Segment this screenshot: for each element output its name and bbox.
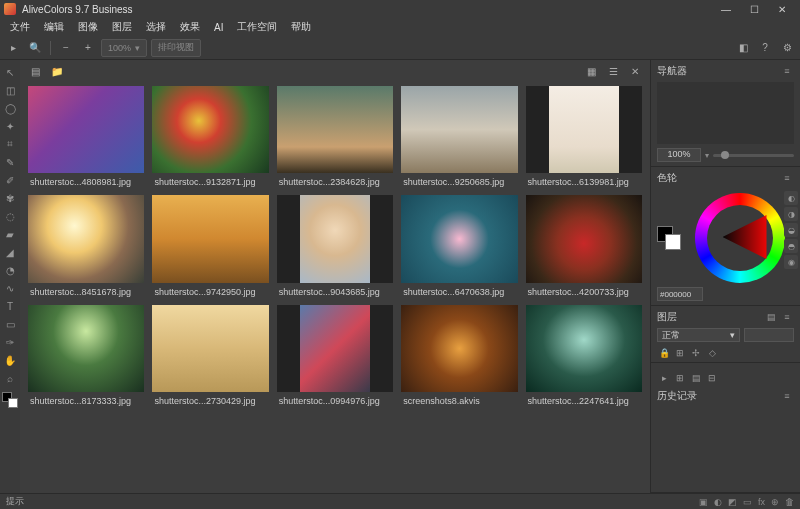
thumbnail-image[interactable] <box>401 195 517 282</box>
thumbnail-item[interactable]: shutterstoc...2384628.jpg <box>277 86 393 187</box>
menu-ai[interactable]: AI <box>208 20 229 35</box>
navigator-zoom-slider[interactable] <box>713 154 794 157</box>
background-swatch[interactable] <box>665 234 681 250</box>
thumbnail-item[interactable]: screenshots8.akvis <box>401 305 517 406</box>
clone-tool-icon[interactable]: ✾ <box>2 190 18 206</box>
lock-icon[interactable]: 🔒 <box>657 346 671 360</box>
color-mode-icon[interactable]: ◐ <box>784 191 798 205</box>
panel-menu-icon[interactable]: ≡ <box>780 310 794 324</box>
thumbnail-image[interactable] <box>526 195 642 282</box>
filter-icon[interactable]: ▤ <box>764 310 778 324</box>
thumbnail-image[interactable] <box>28 305 144 392</box>
color-mode-icon[interactable]: ◓ <box>784 239 798 253</box>
crop-tool-icon[interactable]: ⌗ <box>2 136 18 152</box>
opacity-input[interactable] <box>744 328 794 342</box>
close-panel-icon[interactable]: ✕ <box>626 62 644 80</box>
panel-menu-icon[interactable]: ≡ <box>780 389 794 403</box>
zoom-in-icon[interactable]: + <box>79 39 97 57</box>
color-mode-icon[interactable]: ◒ <box>784 223 798 237</box>
gear-icon[interactable]: ⚙ <box>778 39 796 57</box>
selection-tool-icon[interactable]: ◫ <box>2 82 18 98</box>
thumbnail-image[interactable] <box>28 195 144 282</box>
menu-layer[interactable]: 图层 <box>106 18 138 36</box>
thumbnail-image[interactable] <box>526 305 642 392</box>
new-layer-icon[interactable]: ▣ <box>699 497 708 507</box>
navigator-preview[interactable] <box>657 82 794 144</box>
thumbnail-image[interactable] <box>152 305 268 392</box>
eraser-tool-icon[interactable]: ◌ <box>2 208 18 224</box>
history-icon[interactable]: ▤ <box>689 371 703 385</box>
menu-select[interactable]: 选择 <box>140 18 172 36</box>
thumbnail-item[interactable]: shutterstoc...9132871.jpg <box>152 86 268 187</box>
navigator-zoom-input[interactable]: 100% <box>657 148 701 162</box>
thumbnail-item[interactable]: shutterstoc...9250685.jpg <box>401 86 517 187</box>
thumbnail-item[interactable]: shutterstoc...9043685.jpg <box>277 195 393 296</box>
brush-tool-icon[interactable]: ✎ <box>2 154 18 170</box>
minimize-button[interactable]: ― <box>712 1 740 17</box>
background-swatch[interactable] <box>8 398 18 408</box>
link-icon[interactable]: ⊕ <box>771 497 779 507</box>
history-list[interactable] <box>657 407 794 447</box>
compare-icon[interactable]: ◧ <box>734 39 752 57</box>
hex-input[interactable] <box>657 287 703 301</box>
thumbnail-image[interactable] <box>277 195 393 282</box>
eyedropper-tool-icon[interactable]: ✑ <box>2 334 18 350</box>
thumbnail-image[interactable] <box>28 86 144 173</box>
thumbnail-item[interactable]: shutterstoc...6470638.jpg <box>401 195 517 296</box>
mask-icon[interactable]: ◩ <box>728 497 737 507</box>
color-wheel[interactable] <box>695 193 785 283</box>
thumbnail-image[interactable] <box>277 86 393 173</box>
thumbnail-image[interactable] <box>401 86 517 173</box>
arrow-icon[interactable]: ▸ <box>4 39 22 57</box>
panel-menu-icon[interactable]: ≡ <box>780 64 794 78</box>
thumbnail-item[interactable]: shutterstoc...6139981.jpg <box>526 86 642 187</box>
thumbnail-item[interactable]: shutterstoc...8173333.jpg <box>28 305 144 406</box>
thumbnail-image[interactable] <box>152 86 268 173</box>
wand-tool-icon[interactable]: ✦ <box>2 118 18 134</box>
history-icon[interactable]: ⊟ <box>705 371 719 385</box>
fill-tool-icon[interactable]: ▰ <box>2 226 18 242</box>
open-folder-icon[interactable]: 📁 <box>48 62 66 80</box>
list-view-icon[interactable]: ☰ <box>604 62 622 80</box>
shape-tool-icon[interactable]: ▭ <box>2 316 18 332</box>
color-swatch-pair[interactable] <box>657 226 681 250</box>
thumbnail-item[interactable]: shutterstoc...9742950.jpg <box>152 195 268 296</box>
adjust-icon[interactable]: ◐ <box>714 497 722 507</box>
lock-icon[interactable]: ✢ <box>689 346 703 360</box>
help-icon[interactable]: ? <box>756 39 774 57</box>
chevron-down-icon[interactable]: ▾ <box>705 151 709 160</box>
zoom-out-icon[interactable]: − <box>57 39 75 57</box>
thumbnail-item[interactable]: shutterstoc...4200733.jpg <box>526 195 642 296</box>
history-icon[interactable]: ⊞ <box>673 371 687 385</box>
fx-icon[interactable]: fx <box>758 497 765 507</box>
blur-tool-icon[interactable]: ◔ <box>2 262 18 278</box>
color-swatch-pair[interactable] <box>2 392 18 408</box>
thumbnail-image[interactable] <box>152 195 268 282</box>
lock-icon[interactable]: ⊞ <box>673 346 687 360</box>
thumbnail-item[interactable]: shutterstoc...2730429.jpg <box>152 305 268 406</box>
menu-file[interactable]: 文件 <box>4 18 36 36</box>
group-icon[interactable]: ▭ <box>743 497 752 507</box>
close-button[interactable]: ✕ <box>768 1 796 17</box>
menu-edit[interactable]: 编辑 <box>38 18 70 36</box>
menu-workspace[interactable]: 工作空间 <box>231 18 283 36</box>
thumbnail-gallery[interactable]: shutterstoc...4808981.jpgshutterstoc...9… <box>20 82 650 493</box>
color-mode-icon[interactable]: ◑ <box>784 207 798 221</box>
new-doc-icon[interactable]: ▤ <box>26 62 44 80</box>
text-tool-icon[interactable]: T <box>2 298 18 314</box>
thumbnail-item[interactable]: shutterstoc...8451678.jpg <box>28 195 144 296</box>
color-record-icon[interactable]: ◉ <box>784 255 798 269</box>
lasso-tool-icon[interactable]: ◯ <box>2 100 18 116</box>
maximize-button[interactable]: ☐ <box>740 1 768 17</box>
thumbnail-item[interactable]: shutterstoc...0994976.jpg <box>277 305 393 406</box>
thumbnail-image[interactable] <box>277 305 393 392</box>
pencil-tool-icon[interactable]: ✐ <box>2 172 18 188</box>
panel-menu-icon[interactable]: ≡ <box>780 171 794 185</box>
thumbnail-item[interactable]: shutterstoc...2247641.jpg <box>526 305 642 406</box>
view-mode-button[interactable]: 排印视图 <box>151 39 201 57</box>
history-icon[interactable]: ▸ <box>657 371 671 385</box>
thumbnail-image[interactable] <box>526 86 642 173</box>
hand-tool-icon[interactable]: ✋ <box>2 352 18 368</box>
blend-mode-select[interactable]: 正常▾ <box>657 328 740 342</box>
move-tool-icon[interactable]: ↖ <box>2 64 18 80</box>
